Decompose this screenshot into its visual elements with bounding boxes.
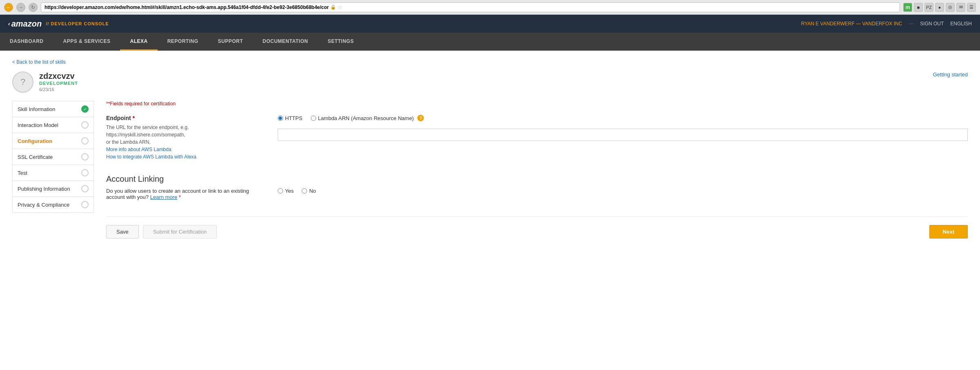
user-label: RYAN E VANDERWERF — VANDERFOX INC [801, 21, 902, 27]
endpoint-description: The URL for the service endpoint, e.g. h… [106, 124, 261, 160]
sidebar-item-ssl-certificate[interactable]: SSL Certificate [12, 149, 94, 165]
account-linking-row: Do you allow users to create an account … [106, 188, 968, 204]
endpoint-right: HTTPS Lambda ARN (Amazon Resource Name) … [278, 115, 968, 141]
endpoint-label: Endpoint * [106, 115, 261, 121]
lambda-alexa-link[interactable]: How to integrate AWS Lambda with Alexa [106, 154, 196, 160]
https-label: HTTPS [285, 115, 303, 121]
main-nav: DASHBOARD APPS & SERVICES ALEXA REPORTIN… [0, 33, 980, 51]
skill-status: DEVELOPMENT [39, 81, 78, 86]
language-selector[interactable]: ENGLISH [950, 21, 972, 27]
browser-menu-icon[interactable]: ☰ [967, 3, 976, 12]
sidebar-privacy-check [81, 201, 89, 208]
endpoint-required-star: * [133, 115, 135, 121]
lambda-radio-option[interactable]: Lambda ARN (Amazon Resource Name) ? [311, 115, 424, 121]
yes-radio[interactable] [278, 188, 283, 194]
sidebar-ssl-check [81, 153, 89, 160]
endpoint-radio-group: HTTPS Lambda ARN (Amazon Resource Name) … [278, 115, 968, 121]
sidebar-item-privacy-compliance[interactable]: Privacy & Compliance [12, 196, 94, 213]
https-radio-option[interactable]: HTTPS [278, 115, 303, 121]
sidebar-test-label: Test [18, 170, 27, 176]
sidebar-publishing-label: Publishing Information [18, 186, 70, 192]
sidebar-configuration-check [81, 137, 89, 145]
browser-back-button[interactable]: ← [4, 3, 13, 12]
skill-name: zdzxcvzv [39, 71, 78, 81]
skill-avatar: ? [12, 71, 33, 93]
nav-documentation[interactable]: DOCUMENTATION [253, 33, 318, 51]
yes-label: Yes [285, 188, 294, 194]
url-text: https://developer.amazon.com/edw/home.ht… [45, 4, 329, 10]
no-radio[interactable] [302, 188, 307, 194]
learn-more-link[interactable]: Learn more [150, 194, 177, 200]
account-linking-desc: Do you allow users to create an account … [106, 188, 261, 200]
sidebar-item-interaction-model[interactable]: Interaction Model [12, 117, 94, 133]
sign-out-link[interactable]: SIGN OUT [920, 21, 944, 27]
main-form: **Fields required for certification Endp… [106, 101, 968, 238]
sidebar-item-test[interactable]: Test [12, 165, 94, 181]
account-linking-left: Do you allow users to create an account … [106, 188, 261, 204]
browser-refresh-button[interactable]: ↻ [29, 3, 38, 12]
submit-button[interactable]: Submit for Certification [143, 225, 217, 238]
nav-settings[interactable]: SETTINGS [318, 33, 363, 51]
nav-apps-services[interactable]: APPS & SERVICES [53, 33, 120, 51]
page-content: < Back to the list of skills ? zdzxcvzv … [0, 51, 980, 296]
account-linking-title: Account Linking [106, 174, 968, 184]
amazon-header: ‹ amazon // DEVELOPER CONSOLE RYAN E VAN… [0, 15, 980, 33]
skill-info: zdzxcvzv DEVELOPMENT 6/23/16 [39, 71, 78, 92]
amazon-logo[interactable]: ‹ amazon [8, 19, 42, 29]
sidebar-interaction-model-check [81, 121, 89, 129]
getting-started-link[interactable]: Getting started [933, 71, 968, 78]
sidebar-privacy-label: Privacy & Compliance [18, 202, 69, 208]
browser-ext2-icon[interactable]: PZ [924, 3, 933, 12]
save-button[interactable]: Save [106, 225, 139, 238]
account-linking-radio-group: Yes No [278, 188, 968, 194]
required-note: **Fields required for certification [106, 101, 968, 107]
browser-m-icon[interactable]: m [903, 3, 912, 12]
browser-right-icons: m ■ PZ ● ◎ ✉ ☰ [903, 3, 976, 12]
sidebar-publishing-check [81, 185, 89, 192]
endpoint-row: Endpoint * The URL for the service endpo… [106, 115, 968, 163]
url-lock-icon: 🔒 [330, 4, 336, 10]
nav-alexa[interactable]: ALEXA [120, 33, 157, 51]
browser-url-bar[interactable]: https://developer.amazon.com/edw/home.ht… [41, 2, 900, 12]
sidebar: Skill Information ✓ Interaction Model Co… [12, 101, 94, 238]
sidebar-test-check [81, 169, 89, 176]
button-bar: Save Submit for Certification Next [106, 216, 968, 238]
header-divider: — [909, 21, 913, 27]
browser-ext1-icon[interactable]: ■ [914, 3, 923, 12]
nav-support[interactable]: SUPPORT [208, 33, 253, 51]
sidebar-item-publishing-information[interactable]: Publishing Information [12, 181, 94, 196]
browser-ext3-icon[interactable]: ● [935, 3, 944, 12]
skill-date: 6/23/16 [39, 87, 78, 92]
browser-ext5-icon[interactable]: ✉ [956, 3, 965, 12]
sidebar-skill-information-check: ✓ [81, 105, 89, 113]
url-star-icon[interactable]: ☆ [338, 4, 343, 10]
lambda-help-icon[interactable]: ? [417, 115, 424, 121]
back-to-list-link[interactable]: < Back to the list of skills [12, 59, 66, 65]
sidebar-skill-information-label: Skill Information [18, 106, 55, 112]
content-layout: Skill Information ✓ Interaction Model Co… [12, 101, 968, 238]
endpoint-input[interactable] [278, 129, 968, 141]
sidebar-configuration-label: Configuration [18, 138, 52, 144]
next-button[interactable]: Next [929, 225, 968, 238]
skill-header: ? zdzxcvzv DEVELOPMENT 6/23/16 Getting s… [12, 71, 968, 93]
account-linking-star: * [179, 194, 181, 200]
lambda-info-link[interactable]: More info about AWS Lambda [106, 147, 172, 152]
no-radio-option[interactable]: No [302, 188, 316, 194]
header-right: RYAN E VANDERWERF — VANDERFOX INC — SIGN… [801, 21, 972, 27]
amazon-logo-area: ‹ amazon // DEVELOPER CONSOLE [8, 19, 109, 29]
dev-console-label: // DEVELOPER CONSOLE [46, 21, 109, 26]
nav-dashboard[interactable]: DASHBOARD [0, 33, 53, 51]
account-linking-right: Yes No [278, 188, 968, 198]
browser-ext4-icon[interactable]: ◎ [946, 3, 955, 12]
browser-forward-button[interactable]: → [16, 3, 25, 12]
account-linking-section: Account Linking Do you allow users to cr… [106, 174, 968, 204]
nav-reporting[interactable]: REPORTING [158, 33, 208, 51]
https-radio[interactable] [278, 116, 283, 121]
lambda-label: Lambda ARN (Amazon Resource Name) [318, 115, 414, 121]
browser-chrome: ← → ↻ https://developer.amazon.com/edw/h… [0, 0, 980, 15]
lambda-radio[interactable] [311, 116, 316, 121]
sidebar-item-configuration[interactable]: Configuration [12, 133, 94, 149]
yes-radio-option[interactable]: Yes [278, 188, 294, 194]
sidebar-item-skill-information[interactable]: Skill Information ✓ [12, 101, 94, 117]
endpoint-section: Endpoint * The URL for the service endpo… [106, 115, 968, 163]
